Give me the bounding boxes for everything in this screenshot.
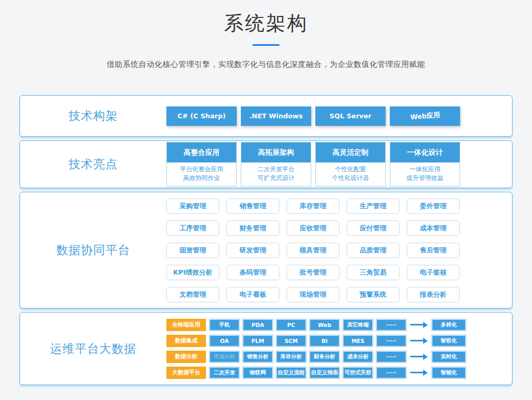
- arrow-right-icon: [410, 370, 428, 376]
- bigdata-chip[interactable]: 成本分析: [343, 351, 373, 362]
- bigdata-chip[interactable]: SCM: [276, 335, 306, 347]
- module-button[interactable]: 财务管理: [226, 221, 279, 236]
- highlight-card-line: 高效协同作业: [167, 174, 236, 183]
- module-button[interactable]: 条码管理: [226, 265, 279, 280]
- highlight-card-line: 个性化配置: [316, 165, 385, 174]
- page: 系统架构 借助系统自动化核心管理引擎，实现数字化与信息化深度融合，为企业数值化管…: [0, 0, 532, 400]
- module-button[interactable]: 报表分析: [407, 287, 460, 302]
- section-bigdata-label: 运维平台大数据: [20, 341, 166, 357]
- module-button[interactable]: 现场管理: [287, 287, 339, 302]
- bigdata-chip[interactable]: PC: [276, 319, 306, 331]
- highlight-card-title: 高拓展架构: [241, 142, 311, 162]
- bigdata-chip[interactable]: 市场分析: [210, 351, 239, 362]
- module-button[interactable]: 固资管理: [166, 243, 219, 258]
- diagram-panels: 技术构架 C# (C Sharp) .NET Windows SQL Serve…: [20, 95, 512, 385]
- bigdata-chip[interactable]: 库存分析: [276, 351, 306, 362]
- module-button[interactable]: KPI绩效分析: [166, 265, 219, 280]
- module-button[interactable]: 生产管理: [347, 198, 400, 214]
- bigdata-row-integration: 数据集成 OA PLM SCM BI MES ····· 智联化: [166, 335, 466, 347]
- module-button[interactable]: 委外管理: [407, 198, 460, 214]
- tech-button-dotnet-windows[interactable]: .NET Windows: [241, 106, 311, 126]
- module-button[interactable]: 电子签核: [407, 265, 460, 280]
- bigdata-chip[interactable]: BI: [310, 335, 339, 347]
- tech-stack-buttons: C# (C Sharp) .NET Windows SQL Server Web…: [166, 106, 460, 126]
- module-button[interactable]: 采购管理: [166, 198, 219, 214]
- highlight-card-line: 个性化设计器: [316, 174, 385, 183]
- bigdata-result-chip: 智联化: [432, 335, 466, 347]
- highlight-card-unified-design: 一体化设计 一体化应用 提升管理效益: [390, 142, 460, 187]
- highlight-card-body: 一体化应用 提升管理效益: [390, 162, 460, 186]
- highlight-card-flexibility: 高灵活定制 个性化配置 个性化设计器: [315, 142, 386, 187]
- section-highlights-label: 技术亮点: [20, 156, 166, 172]
- highlight-card-title: 一体化设计: [390, 142, 460, 162]
- highlight-card-extensibility: 高拓展架构 二次开发平台 可扩充式设计: [241, 142, 311, 187]
- section-platform-label: 数据协同平台: [20, 242, 166, 258]
- page-header: 系统架构 借助系统自动化核心管理引擎，实现数字化与信息化深度融合，为企业数值化管…: [0, 0, 532, 69]
- highlight-card-integration: 高整合应用 平台化整合应用 高效协同作业: [166, 142, 237, 187]
- bigdata-chip[interactable]: 自定义流程: [276, 367, 306, 378]
- bigdata-chip[interactable]: PLM: [243, 335, 273, 347]
- highlight-card-title: 高整合应用: [167, 142, 236, 162]
- bigdata-chip[interactable]: MES: [343, 335, 373, 347]
- bigdata-chip[interactable]: 二次开发: [210, 367, 239, 378]
- bigdata-row-terminals: 全终端应用 手机 PDA PC Web 其它终端 ····· 多样化: [166, 319, 466, 331]
- module-button[interactable]: 应收管理: [287, 221, 339, 236]
- module-button[interactable]: 应付管理: [347, 221, 400, 236]
- bigdata-category-tag: 全终端应用: [166, 319, 206, 331]
- module-button[interactable]: 销售管理: [226, 198, 279, 214]
- arrow-right-icon: [410, 338, 428, 344]
- bigdata-row-analysis: 数据分析 市场分析 销售分析 库存分析 财务分析 成本分析 ····· 实时化: [166, 351, 466, 363]
- module-button[interactable]: 工序管理: [166, 221, 219, 236]
- highlight-card-title: 高灵活定制: [316, 142, 385, 162]
- module-button[interactable]: 模具管理: [287, 243, 339, 258]
- title-underline: [253, 44, 279, 46]
- highlight-card-line: 平台化整合应用: [167, 165, 236, 174]
- module-button[interactable]: 预警系统: [347, 287, 400, 302]
- bigdata-category-tag: 数据分析: [166, 351, 206, 363]
- arrow-right-icon: [410, 322, 428, 328]
- module-button[interactable]: 成本管理: [407, 221, 460, 236]
- highlight-card-body: 个性化配置 个性化设计器: [316, 162, 385, 186]
- bigdata-chip-more[interactable]: ·····: [376, 335, 406, 347]
- bigdata-chip[interactable]: Web: [310, 319, 339, 331]
- bigdata-chip[interactable]: 可控式关联: [343, 367, 373, 378]
- bigdata-category-tag: 数据集成: [166, 335, 206, 347]
- section-tech-stack: 技术构架 C# (C Sharp) .NET Windows SQL Serve…: [20, 95, 512, 137]
- bigdata-chip[interactable]: 销售分析: [243, 351, 273, 362]
- bigdata-chip[interactable]: OA: [210, 335, 239, 347]
- highlight-card-line: 提升管理效益: [390, 174, 460, 183]
- page-subtitle: 借助系统自动化核心管理引擎，实现数字化与信息化深度融合，为企业数值化管理应用赋能: [0, 60, 532, 69]
- module-button[interactable]: 库存管理: [287, 198, 339, 214]
- bigdata-chip[interactable]: 自定义报表: [310, 367, 339, 378]
- bigdata-result-chip: 实时化: [432, 351, 466, 362]
- module-button[interactable]: 品质管理: [347, 243, 400, 258]
- module-button[interactable]: 三角贸易: [347, 265, 400, 280]
- bigdata-chip[interactable]: 物联网: [243, 367, 273, 378]
- module-button[interactable]: 批号管理: [287, 265, 339, 280]
- bigdata-chip-more[interactable]: ·····: [376, 351, 406, 362]
- section-highlights: 技术亮点 高整合应用 平台化整合应用 高效协同作业 高拓展架构 二次开发平台 可…: [20, 140, 512, 188]
- bigdata-chip-more[interactable]: ·····: [376, 319, 406, 331]
- bigdata-row-platform: 大数据平台 二次开发 物联网 自定义流程 自定义报表 可控式关联 ····· 智…: [166, 367, 466, 379]
- tech-button-web-label: Web应用: [410, 110, 440, 122]
- bigdata-chip[interactable]: 手机: [210, 319, 239, 331]
- highlight-card-body: 平台化整合应用 高效协同作业: [167, 162, 236, 186]
- page-title: 系统架构: [0, 10, 532, 37]
- bigdata-chip[interactable]: 财务分析: [310, 351, 339, 362]
- section-bigdata: 运维平台大数据 全终端应用 手机 PDA PC Web 其它终端 ····· 多…: [20, 312, 512, 385]
- tech-button-csharp-label: C# (C Sharp): [177, 112, 225, 120]
- tech-button-sql-label: SQL Server: [330, 112, 372, 120]
- module-button[interactable]: 研发管理: [226, 243, 279, 258]
- highlight-card-line: 二次开发平台: [241, 165, 311, 174]
- module-button[interactable]: 文档管理: [166, 287, 219, 302]
- tech-button-csharp[interactable]: C# (C Sharp): [166, 106, 237, 126]
- tech-button-web-app[interactable]: Web应用: [390, 106, 460, 126]
- section-tech-stack-label: 技术构架: [20, 108, 166, 124]
- module-button[interactable]: 电子看板: [226, 287, 279, 302]
- bigdata-chip-more[interactable]: ·····: [376, 367, 406, 378]
- bigdata-chip[interactable]: 其它终端: [343, 319, 373, 331]
- bigdata-chip[interactable]: PDA: [243, 319, 273, 331]
- bigdata-result-chip: 多样化: [432, 319, 466, 331]
- tech-button-sql-server[interactable]: SQL Server: [315, 106, 386, 126]
- module-button[interactable]: 售后管理: [407, 243, 460, 258]
